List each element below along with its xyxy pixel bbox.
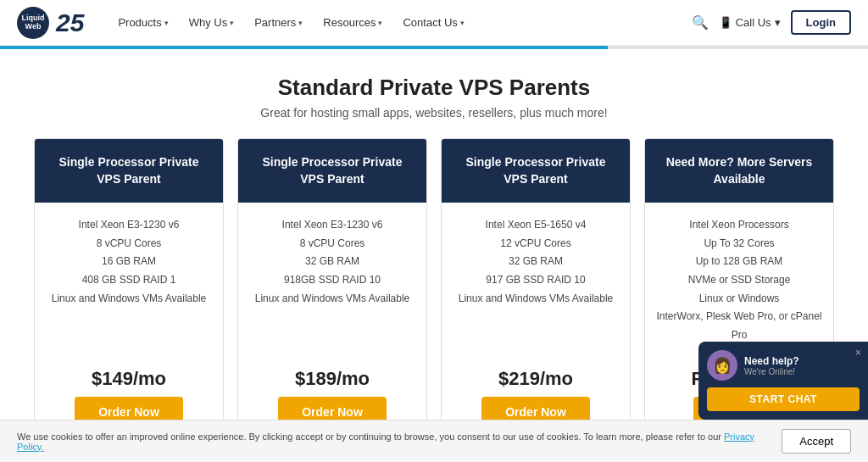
cookie-accept-button[interactable]: Accept xyxy=(782,429,851,454)
standard-section-subtitle: Great for hosting small apps, websites, … xyxy=(34,106,834,120)
chevron-down-icon: ▾ xyxy=(378,19,382,27)
chevron-down-icon: ▾ xyxy=(298,19,303,27)
nav-partners[interactable]: Partners ▾ xyxy=(246,11,311,34)
standard-card-2: Single Processor Private VPS Parent Inte… xyxy=(237,138,427,445)
nav-why-us[interactable]: Why Us ▾ xyxy=(181,11,243,34)
search-icon[interactable]: 🔍 xyxy=(692,14,709,31)
chevron-down-icon: ▾ xyxy=(230,19,234,27)
card-3-specs: Intel Xeon E5-1650 v4 12 vCPU Cores 32 G… xyxy=(442,203,630,358)
chat-close-button[interactable]: × xyxy=(855,347,861,359)
nav-links: Products ▾ Why Us ▾ Partners ▾ Resources… xyxy=(109,11,691,34)
card-4-header: Need More? More Servers Available xyxy=(645,139,833,203)
chevron-down-icon: ▾ xyxy=(775,16,781,29)
login-button[interactable]: Login xyxy=(791,10,851,35)
logo[interactable]: LiquidWeb 25 xyxy=(17,7,84,39)
card-1-specs: Intel Xeon E3-1230 v6 8 vCPU Cores 16 GB… xyxy=(35,203,223,358)
chat-subtitle: We're Online! xyxy=(744,367,799,376)
logo-25: 25 xyxy=(56,8,84,37)
standard-card-1: Single Processor Private VPS Parent Inte… xyxy=(34,138,224,445)
chat-avatar: 👩 xyxy=(707,350,737,381)
chevron-down-icon: ▾ xyxy=(460,19,465,27)
cookie-text: We use cookies to offer an improved onli… xyxy=(17,431,765,452)
card-2-specs: Intel Xeon E3-1230 v6 8 vCPU Cores 32 GB… xyxy=(238,203,426,358)
card-2-price: $189/mo xyxy=(295,358,370,397)
chat-title: Need help? xyxy=(744,355,799,367)
nav-resources[interactable]: Resources ▾ xyxy=(314,11,391,34)
phone-icon: 📱 xyxy=(719,16,732,29)
chat-widget-header: 👩 Need help? We're Online! xyxy=(707,350,860,381)
card-3-price: $219/mo xyxy=(498,358,573,397)
nav-contact-us[interactable]: Contact Us ▾ xyxy=(394,11,472,34)
nav-actions: 🔍 📱 Call Us ▾ Login xyxy=(692,10,851,35)
cookie-banner: We use cookies to offer an improved onli… xyxy=(0,420,868,462)
call-button[interactable]: 📱 Call Us ▾ xyxy=(719,16,781,29)
chevron-down-icon: ▾ xyxy=(164,19,169,27)
card-1-price: $149/mo xyxy=(92,358,166,397)
card-2-header: Single Processor Private VPS Parent xyxy=(238,139,426,203)
card-1-header: Single Processor Private VPS Parent xyxy=(35,139,223,203)
standard-card-3: Single Processor Private VPS Parent Inte… xyxy=(441,138,631,445)
card-4-specs: Intel Xeon Processors Up To 32 Cores Up … xyxy=(645,203,833,358)
chat-widget: × 👩 Need help? We're Online! START CHAT xyxy=(698,342,868,420)
navbar: LiquidWeb 25 Products ▾ Why Us ▾ Partner… xyxy=(0,0,868,46)
nav-products[interactable]: Products ▾ xyxy=(109,11,176,34)
standard-section-title: Standard Private VPS Parents xyxy=(34,75,834,101)
card-3-header: Single Processor Private VPS Parent xyxy=(442,139,630,203)
chat-info: Need help? We're Online! xyxy=(744,355,799,376)
logo-icon: LiquidWeb xyxy=(17,7,49,39)
chat-start-button[interactable]: START CHAT xyxy=(707,387,860,411)
